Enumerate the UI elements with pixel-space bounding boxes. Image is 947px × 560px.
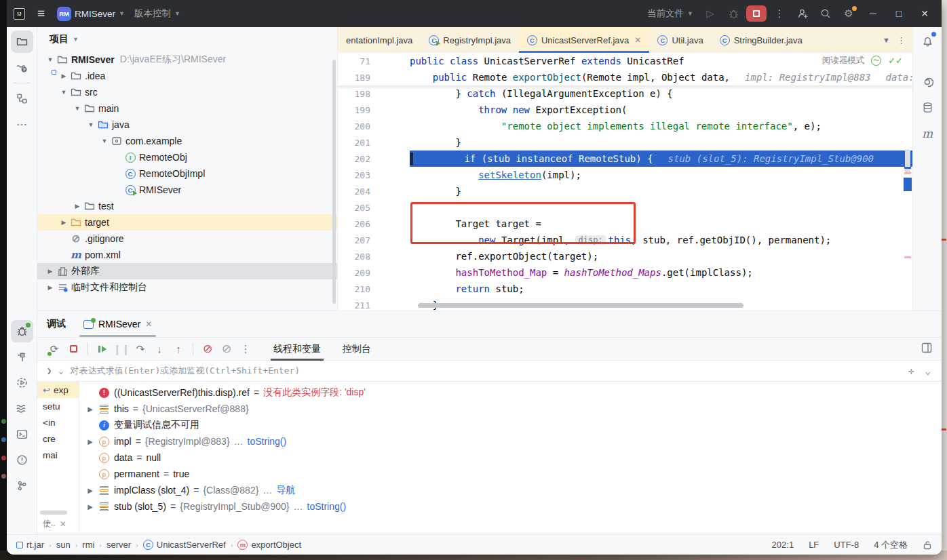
line-number[interactable]: 189 [338, 73, 370, 83]
code-line-204[interactable]: 204 } [338, 183, 912, 199]
line-number[interactable]: 204 [338, 186, 370, 197]
variable-row[interactable]: ▶stub (slot_5)={RegistryImpl_Stub@900}…t… [79, 498, 942, 515]
mute-breakpoints-button[interactable]: ⊘ [218, 340, 235, 358]
chevron-down-icon[interactable]: ▼ [73, 36, 79, 43]
tree-item--[interactable]: ▶临时文件和控制台 [37, 279, 337, 296]
code-line-199[interactable]: 199 throw new ExportException( [338, 102, 912, 118]
expand-chevron-icon[interactable]: ▶ [86, 487, 94, 494]
maven-tool-icon[interactable]: m [916, 122, 939, 144]
resume-button[interactable] [94, 340, 111, 358]
debug-button[interactable] [723, 5, 743, 22]
frame-item[interactable]: <in [37, 414, 79, 431]
editor-tab-stringbuilder-java[interactable]: CStringBuilder.java [712, 27, 811, 53]
variable-row[interactable]: i变量调试信息不可用 [79, 417, 942, 433]
tree-expand-icon[interactable]: ▼ [85, 121, 97, 128]
rerun-button[interactable]: ⟳ [45, 340, 63, 358]
chevron-down-icon[interactable]: ⌄ [58, 366, 63, 376]
debug-session-tab[interactable]: RMISever ✕ [79, 311, 156, 337]
tabs-chevron-icon[interactable]: ▼ [883, 36, 890, 44]
line-number[interactable]: 199 [338, 105, 370, 115]
code-line-208[interactable]: 208 ref.exportObject(target); [338, 248, 912, 264]
tree-item-target[interactable]: ▶target [37, 214, 337, 231]
tab-console[interactable]: 控制台 [340, 338, 374, 361]
view-breakpoints-button[interactable]: ⊘ [199, 340, 216, 358]
expand-chevron-icon[interactable]: ▶ [86, 438, 94, 445]
notifications-bell-icon[interactable] [916, 31, 939, 53]
close-button[interactable]: ✕ [913, 3, 936, 24]
tree-item-pom-xml[interactable]: mpom.xml [37, 247, 337, 263]
step-into-button[interactable]: ↓ [151, 340, 168, 358]
variable-row[interactable]: pdata=null [79, 449, 942, 466]
variable-row[interactable]: ▶pimpl={RegistryImpl@883}…toString() [79, 433, 942, 449]
services-tool-icon[interactable] [11, 372, 33, 394]
tree-item-test[interactable]: ▶test [37, 198, 337, 214]
debug-tool-icon[interactable] [11, 320, 33, 342]
stop-debug-button[interactable] [64, 340, 82, 358]
tree-item-main[interactable]: ▼main [37, 100, 337, 117]
variable-row[interactable]: ▶this={UnicastServerRef@888} [79, 401, 942, 417]
add-watch-icon[interactable]: ✛ [908, 365, 914, 376]
variable-row[interactable]: ▶implClass (slot_4)={Class@882}…导航 [79, 482, 942, 498]
code-line-201[interactable]: 201 } [338, 134, 912, 151]
code-line-207[interactable]: 207 new Target(impl, disp:this, stub, re… [338, 232, 912, 248]
build-tool-icon[interactable] [11, 346, 33, 368]
editor-tab-entationimpl-java[interactable]: entationImpl.java [338, 27, 421, 53]
line-number[interactable]: 205 [338, 203, 370, 213]
tree-item--gitignore[interactable]: ⊘.gitignore [37, 231, 337, 247]
line-number[interactable]: 206 [338, 219, 370, 229]
variable-row[interactable]: ppermanent=true [79, 466, 942, 482]
search-everywhere-icon[interactable] [815, 5, 836, 22]
line-number[interactable]: 201 [338, 138, 370, 148]
close-icon[interactable]: ✕ [634, 35, 641, 45]
tree-item-com-example[interactable]: ▼com.example [37, 133, 337, 149]
tab-threads-variables[interactable]: 线程和变量 [271, 338, 324, 361]
editor-tab-registryimpl-java[interactable]: CRegistryImpl.java [421, 27, 519, 53]
line-number[interactable]: 71 [338, 56, 370, 66]
code-line-210[interactable]: 210 return stub; [338, 281, 912, 297]
tree-item-java[interactable]: ▼java [37, 117, 337, 133]
expand-chevron-icon[interactable]: ▶ [86, 405, 94, 413]
code-line-189[interactable]: 189 public Remote exportObject(Remote im… [338, 69, 912, 85]
editor-tab-unicastserverref-java[interactable]: CUnicastServerRef.java✕ [519, 27, 649, 53]
frames-scrollbar[interactable] [40, 511, 67, 515]
variable-action-link[interactable]: toString() [248, 436, 287, 447]
line-number[interactable]: 202 [338, 154, 370, 164]
close-icon[interactable]: ✕ [60, 519, 66, 529]
lock-icon[interactable] [923, 540, 932, 550]
tree-expand-icon[interactable]: ▶ [71, 203, 83, 209]
tree-expand-icon[interactable]: ▼ [44, 56, 56, 63]
code-lines[interactable]: 198 } catch (IllegalArgumentException e)… [338, 85, 912, 311]
code-with-me-icon[interactable] [792, 5, 813, 22]
ai-assistant-icon[interactable] [916, 71, 939, 93]
close-icon[interactable]: ✕ [145, 319, 152, 329]
debug-more-icon[interactable]: ⋮ [237, 340, 254, 358]
git-tool-icon[interactable] [11, 475, 33, 497]
tree-expand-icon[interactable]: ▶ [58, 219, 70, 226]
frame-item[interactable]: ↩exp [37, 382, 79, 398]
line-number[interactable]: 200 [338, 121, 370, 132]
line-separator[interactable]: LF [809, 540, 819, 550]
code-line-198[interactable]: 198 } catch (IllegalArgumentException e)… [338, 85, 912, 102]
run-config-selector[interactable]: 当前文件 ▼ [647, 7, 693, 20]
project-tool-icon[interactable] [11, 31, 33, 53]
breadcrumb-sun[interactable]: sun [56, 540, 71, 550]
breadcrumb-exportobject[interactable]: mexportObject [237, 540, 301, 550]
problems-tool-icon[interactable] [11, 449, 33, 471]
tree-expand-icon[interactable]: ▶ [44, 268, 56, 275]
code-line-209[interactable]: 209 hashToMethod_Map = hashToMethod_Maps… [338, 264, 912, 281]
editor-error-stripe[interactable] [903, 53, 912, 311]
commit-tool-icon[interactable]: ? [11, 56, 33, 79]
maximize-button[interactable]: □ [887, 3, 910, 24]
file-encoding[interactable]: UTF-8 [834, 540, 859, 550]
indent-setting[interactable]: 4 个空格 [874, 539, 908, 551]
breadcrumb-rt-jar[interactable]: rt.jar [16, 540, 44, 550]
pause-button[interactable]: ❙❙ [113, 340, 130, 358]
tree-expand-icon[interactable]: ▶ [44, 284, 56, 291]
layout-settings-icon[interactable] [921, 342, 932, 353]
line-number[interactable]: 210 [338, 284, 370, 294]
line-number[interactable]: 209 [338, 268, 370, 278]
tree-item-src[interactable]: ▼src [37, 84, 337, 100]
tree-item--idea[interactable]: ▶.idea [37, 68, 337, 84]
tree-item-rmisever[interactable]: ▼RMISeverD:\javaEE练习\RMISever [37, 52, 337, 68]
reader-mode-label[interactable]: 阅读器模式 [822, 55, 865, 66]
